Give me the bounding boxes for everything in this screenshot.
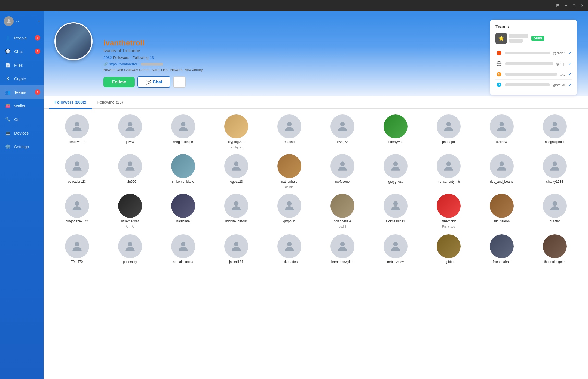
list-item[interactable]: mrbuzzsaw bbox=[370, 234, 421, 264]
sidebar-item-chat[interactable]: 💬 Chat 1 bbox=[0, 45, 44, 58]
follower-avatar bbox=[330, 194, 354, 218]
list-item[interactable]: cwagzz bbox=[317, 114, 367, 149]
follower-avatar bbox=[437, 154, 461, 178]
minimize-button[interactable]: − bbox=[564, 3, 568, 8]
svg-point-15 bbox=[446, 122, 451, 126]
list-item[interactable]: main666 bbox=[105, 154, 155, 188]
stellar-verified-icon: ✓ bbox=[568, 82, 572, 88]
sidebar-item-devices[interactable]: 💻 Devices bbox=[0, 126, 44, 140]
follower-name: dingodaze9072 bbox=[66, 219, 88, 223]
follower-avatar bbox=[171, 154, 195, 178]
list-item[interactable]: aloknashine1 bbox=[370, 194, 421, 229]
list-item[interactable]: patpatpo bbox=[423, 114, 474, 149]
follower-avatar bbox=[118, 234, 142, 258]
list-item[interactable]: mericanbntyhntr bbox=[423, 154, 474, 188]
list-item[interactable]: jloww bbox=[105, 114, 155, 149]
list-item[interactable]: d589hf bbox=[529, 194, 580, 229]
svg-point-36 bbox=[340, 242, 345, 246]
tab-followers[interactable]: Followers (2082) bbox=[49, 96, 92, 109]
svg-point-37 bbox=[393, 242, 398, 246]
list-item[interactable]: jmnemonic Francisco bbox=[423, 194, 474, 229]
follower-name: gunsmitty bbox=[123, 260, 137, 264]
sidebar-item-git[interactable]: 🔧 Git bbox=[0, 113, 44, 126]
list-item[interactable]: chadsworth bbox=[52, 114, 102, 149]
follower-avatar bbox=[490, 234, 514, 258]
sidebar-item-people[interactable]: 👤 People 1 bbox=[0, 31, 44, 45]
follower-name: 57brew bbox=[496, 140, 507, 144]
follower-name: midnite_detour bbox=[225, 219, 247, 223]
follower-avatar bbox=[224, 154, 248, 178]
follower-name: jackotrades bbox=[281, 260, 298, 264]
settings-icon: ⚙️ bbox=[5, 144, 11, 150]
list-item[interactable]: grayghost bbox=[370, 154, 421, 188]
follower-name: wisethegoat bbox=[121, 219, 139, 223]
list-item[interactable]: jackotrades bbox=[264, 234, 314, 264]
list-item[interactable]: gryph0n bbox=[264, 194, 314, 229]
follower-name: cryptog00n bbox=[228, 140, 244, 144]
list-item[interactable]: poison4sale bodhi bbox=[317, 194, 367, 229]
list-item[interactable]: 57brew bbox=[476, 114, 527, 149]
list-item[interactable]: norcalmimosa bbox=[158, 234, 208, 264]
close-button[interactable]: ✕ bbox=[580, 3, 585, 8]
list-item[interactable]: alloutaaron bbox=[476, 194, 527, 229]
svg-point-21 bbox=[340, 161, 345, 166]
follow-button[interactable]: Follow bbox=[103, 77, 135, 87]
list-item[interactable]: nazghulghost bbox=[529, 114, 580, 149]
list-item[interactable]: roofusone bbox=[317, 154, 367, 188]
list-item[interactable]: harrylime bbox=[158, 194, 208, 229]
teams-panel-title: Teams bbox=[495, 24, 572, 29]
follower-avatar bbox=[65, 194, 89, 218]
btc-verified-icon: ✓ bbox=[568, 72, 572, 77]
list-item[interactable]: barnabeewylde bbox=[317, 234, 367, 264]
maximize-button[interactable]: □ bbox=[572, 3, 577, 8]
list-item[interactable]: nathanhale ggggg bbox=[264, 154, 314, 188]
stellar-handle: @stellar bbox=[552, 83, 565, 87]
sidebar-item-settings[interactable]: ⚙️ Settings bbox=[0, 140, 44, 153]
user-section[interactable]: ··· ▾ bbox=[0, 14, 44, 29]
list-item[interactable]: wingle_dingle bbox=[158, 114, 208, 149]
sidebar-item-wallet[interactable]: 👛 Wallet bbox=[0, 99, 44, 113]
sidebar-item-label: Chat bbox=[14, 49, 23, 54]
followers-grid: chadsworth jloww wingle_dingle cryptog00… bbox=[44, 109, 588, 379]
sidebar-item-crypto[interactable]: ₿ Crypto bbox=[0, 72, 44, 85]
user-name: ··· bbox=[16, 19, 36, 23]
list-item[interactable]: logos123 bbox=[211, 154, 261, 188]
list-item[interactable]: rice_and_beans bbox=[476, 154, 527, 188]
follower-avatar bbox=[490, 194, 514, 218]
svg-point-11 bbox=[128, 122, 132, 126]
list-item[interactable]: 70m470 bbox=[52, 234, 102, 264]
team-logo[interactable]: ⭐ bbox=[495, 33, 507, 44]
chat-icon: 💬 bbox=[5, 48, 11, 54]
list-item[interactable]: sharky1234 bbox=[529, 154, 580, 188]
follower-avatar bbox=[384, 114, 408, 138]
teams-panel: Teams ⭐ OPEN R @reddit ✓ bbox=[490, 20, 577, 95]
follower-avatar bbox=[490, 154, 514, 178]
list-item[interactable]: cryptog00n nice try fed bbox=[211, 114, 261, 149]
follower-avatar bbox=[384, 234, 408, 258]
svg-point-19 bbox=[128, 161, 132, 166]
files-icon: 📄 bbox=[5, 62, 11, 68]
sidebar-item-teams[interactable]: 👥 Teams 1 bbox=[0, 85, 44, 99]
list-item[interactable]: thepocketgeek bbox=[529, 234, 580, 264]
svg-point-31 bbox=[75, 242, 79, 246]
sidebar-item-label: Crypto bbox=[14, 76, 26, 81]
list-item[interactable]: gunsmitty bbox=[105, 234, 155, 264]
list-item[interactable]: jackal134 bbox=[211, 234, 261, 264]
list-item[interactable]: tommywho bbox=[370, 114, 421, 149]
follower-name: harrylime bbox=[176, 219, 190, 223]
list-item[interactable]: fiveandahalf bbox=[476, 234, 527, 264]
follower-name: tommywho bbox=[387, 140, 403, 144]
list-item[interactable]: wisethegoat 灰に灰 bbox=[105, 194, 155, 229]
tab-following[interactable]: Following (13) bbox=[92, 96, 128, 109]
follower-name: mrbuzzsaw bbox=[387, 260, 404, 264]
list-item[interactable]: mastab bbox=[264, 114, 314, 149]
sidebar-item-files[interactable]: 📄 Files bbox=[0, 58, 44, 72]
list-item[interactable]: midnite_detour bbox=[211, 194, 261, 229]
svg-point-24 bbox=[499, 161, 504, 166]
more-button[interactable]: ··· bbox=[173, 76, 185, 88]
list-item[interactable]: dingodaze9072 bbox=[52, 194, 102, 229]
list-item[interactable]: ezioadore23 bbox=[52, 154, 102, 188]
list-item[interactable]: strikervonidaho bbox=[158, 154, 208, 188]
list-item[interactable]: mrgibbon bbox=[423, 234, 474, 264]
chat-button[interactable]: 💬 Chat bbox=[137, 76, 171, 88]
